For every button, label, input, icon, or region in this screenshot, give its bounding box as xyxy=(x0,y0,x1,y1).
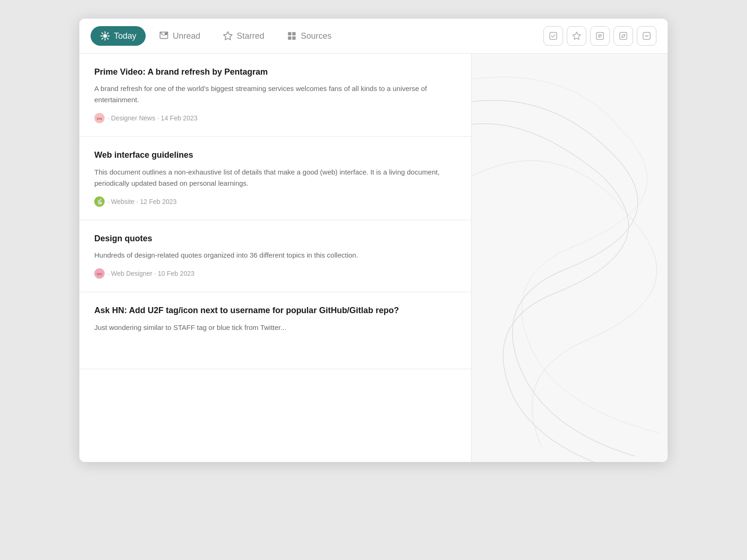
svg-rect-12 xyxy=(292,32,296,35)
tab-starred[interactable]: Starred xyxy=(213,26,274,46)
svg-rect-15 xyxy=(550,33,557,40)
tab-today[interactable]: Today xyxy=(91,26,146,46)
sources-icon xyxy=(287,31,297,41)
svg-rect-14 xyxy=(292,36,296,40)
article-meta: 🐇 · Website · 12 Feb 2023 xyxy=(94,196,456,207)
svg-line-7 xyxy=(107,33,108,34)
unread-icon xyxy=(159,31,169,41)
svg-rect-21 xyxy=(620,33,627,40)
chevron-down-square-button[interactable] xyxy=(637,26,656,46)
article-meta: WD · Web Designer · 10 Feb 2023 xyxy=(94,268,456,279)
toolbar-icons xyxy=(543,26,656,46)
article-item[interactable]: Web interface guidelines This document o… xyxy=(79,137,471,220)
article-source-date: · Designer News · 14 Feb 2023 xyxy=(107,114,197,122)
tab-today-label: Today xyxy=(114,31,136,41)
main-content: Prime Video: A brand refresh by Pentagra… xyxy=(79,54,668,462)
detail-panel xyxy=(472,54,668,462)
app-window: Today Unread Starred xyxy=(79,19,668,462)
svg-marker-10 xyxy=(224,32,232,40)
article-excerpt: This document outlines a non-exhaustive … xyxy=(94,167,456,189)
list-square-button[interactable] xyxy=(590,26,610,46)
nav-tabs: Today Unread Starred xyxy=(91,26,341,46)
svg-text:🐇: 🐇 xyxy=(96,197,104,205)
tab-sources[interactable]: Sources xyxy=(277,26,341,46)
tab-unread-label: Unread xyxy=(173,31,200,41)
tab-sources-label: Sources xyxy=(301,31,331,41)
starred-icon xyxy=(223,31,233,41)
article-excerpt: Hundreds of design-related quotes organi… xyxy=(94,250,456,261)
svg-marker-16 xyxy=(573,32,581,40)
svg-line-6 xyxy=(107,38,108,39)
tab-starred-label: Starred xyxy=(237,31,264,41)
leaf-button[interactable] xyxy=(613,26,633,46)
article-title: Prime Video: A brand refresh by Pentagra… xyxy=(94,67,456,77)
articles-panel: Prime Video: A brand refresh by Pentagra… xyxy=(79,54,472,462)
svg-line-5 xyxy=(102,33,103,34)
article-excerpt: A brand refresh for one of the world's b… xyxy=(94,83,456,105)
article-title: Ask HN: Add U2F tag/icon next to usernam… xyxy=(94,305,456,316)
article-title: Web interface guidelines xyxy=(94,150,456,161)
article-item[interactable]: Ask HN: Add U2F tag/icon next to usernam… xyxy=(79,292,471,369)
article-source-date: · Website · 12 Feb 2023 xyxy=(107,198,176,205)
article-excerpt: Just wondering similar to STAFF tag or b… xyxy=(94,322,456,333)
source-avatar: 🐇 xyxy=(94,196,105,207)
svg-point-0 xyxy=(103,34,107,38)
source-avatar: WD xyxy=(94,268,105,279)
article-title: Design quotes xyxy=(94,233,456,244)
svg-rect-11 xyxy=(288,32,291,35)
article-source-date: · Web Designer · 10 Feb 2023 xyxy=(107,270,195,277)
star-outline-button[interactable] xyxy=(567,26,586,46)
sun-icon xyxy=(100,31,110,41)
nav-bar: Today Unread Starred xyxy=(79,19,668,54)
article-item[interactable]: Prime Video: A brand refresh by Pentagra… xyxy=(79,54,471,137)
article-meta: DN · Designer News · 14 Feb 2023 xyxy=(94,113,456,123)
decorative-background xyxy=(472,54,668,462)
article-item[interactable]: Design quotes Hundreds of design-related… xyxy=(79,220,471,292)
check-square-button[interactable] xyxy=(543,26,563,46)
svg-rect-22 xyxy=(643,33,650,40)
svg-text:DN: DN xyxy=(97,117,102,121)
svg-text:WD: WD xyxy=(97,273,102,276)
source-avatar: DN xyxy=(94,113,105,123)
svg-line-8 xyxy=(102,38,103,39)
tab-unread[interactable]: Unread xyxy=(149,26,210,46)
svg-rect-13 xyxy=(288,36,291,40)
svg-point-9 xyxy=(165,33,168,35)
